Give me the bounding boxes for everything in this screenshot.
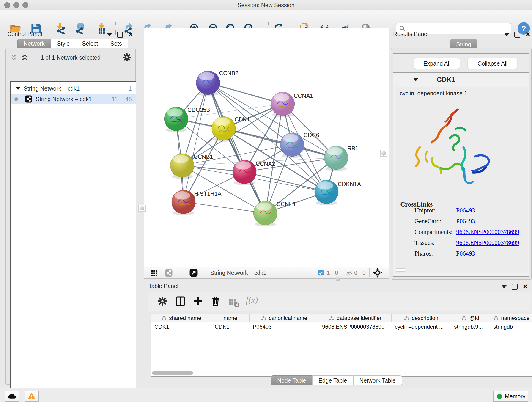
table-cell[interactable]: stringdb:9... [451,322,490,331]
delete-column-button[interactable] [210,296,221,307]
results-panel-close-icon[interactable]: ✕ [525,32,531,37]
network-options-gear-icon[interactable] [122,52,132,62]
protein-structure-image [404,99,500,191]
network-node[interactable]: RB1 [324,145,359,171]
network-node[interactable]: CDC6 [280,132,319,158]
network-view-dot-icon [14,97,18,101]
detach-view-icon[interactable] [189,268,198,277]
network-selection-status: 1 of 1 Network selected [6,54,135,61]
column-header-description[interactable]: description [392,314,451,322]
column-header-namespace[interactable]: namespace [490,314,532,322]
crosslink-value-link[interactable]: P06493 [456,250,475,257]
column-header-database-identifier[interactable]: database identifier [319,314,392,322]
table-cell[interactable]: CDK1 [211,322,249,331]
results-hscrollbar[interactable] [396,268,405,272]
node-label: CDC25B [187,107,210,113]
memory-status-dot [497,394,502,399]
splitter-handle-bottom[interactable] [336,277,340,281]
collapse-all-button[interactable]: Collapse All [468,58,517,69]
memory-label: Memory [505,393,525,400]
table-hscrollbar-thumb[interactable] [152,371,193,375]
network-row-label: String Network – cdk1 [36,96,92,102]
delete-table-button[interactable] [228,298,238,307]
tab-edge-table[interactable]: Edge Table [312,375,353,385]
network-edge[interactable] [184,202,265,213]
column-header-canonical-name[interactable]: canonical name [249,314,319,322]
tab-sets[interactable]: Sets [104,38,128,49]
network-overview-icon[interactable] [165,269,173,277]
network-edge[interactable] [184,83,208,202]
table-panel-float-icon[interactable] [512,284,518,290]
network-tree: String Network – cdk1 1 String Network –… [10,81,136,402]
toolbar-separator [369,268,370,277]
network-node[interactable]: CCNE1 [253,201,296,226]
table-panel-close-icon[interactable]: ✕ [523,284,528,289]
column-header-name[interactable]: name [211,314,249,322]
gene-section-header[interactable]: CDK1 [393,73,529,86]
results-panel-menu-icon[interactable] [504,33,509,36]
results-panel: Results Panel ✕ String Expand All Collap… [391,29,532,281]
network-edge[interactable] [224,128,336,158]
splitter-handle-left[interactable] [138,205,146,211]
node-label: CDK1 [234,116,250,123]
node-label: CDC6 [304,132,319,138]
crosslink-value-link[interactable]: 9606.ENSP00000378699 [456,229,519,236]
crosslink-value-link[interactable]: P06493 [456,207,475,214]
network-graph[interactable]: CCNB2CCNA1CDC25BCDK1CDC6RB1CCNB1CCNA2CDK… [144,28,389,267]
splitter-handle-right[interactable] [380,150,387,157]
title-bar: Session: New Session [0,0,532,10]
crosslink-value-link[interactable]: 9606.ENSP00000378699 [456,239,519,246]
control-panel-close-icon[interactable]: ✕ [128,32,133,37]
tab-select[interactable]: Select [76,38,104,49]
crosslink-value-link[interactable]: P06493 [456,218,475,225]
fit-content-crosshair-icon[interactable] [373,268,383,278]
vertical-divider [390,28,390,279]
column-network-icon [329,316,334,320]
node-label: RB1 [347,145,359,152]
column-network-icon [462,316,467,320]
column-header-shared-name[interactable]: shared name [151,314,211,322]
tab-node-table[interactable]: Node Table [271,375,312,385]
show-columns-button[interactable] [175,296,186,307]
network-row-selected[interactable]: String Network – cdk1 11 48 [11,94,136,104]
results-panel-float-icon[interactable] [514,32,520,38]
column-header-label: canonical name [269,315,307,321]
table-cell[interactable]: cyclin–dependent ... [392,322,451,331]
control-panel-float-icon[interactable] [117,32,123,38]
tab-network-table[interactable]: Network Table [353,375,402,385]
network-collection-row[interactable]: String Network – cdk1 1 [11,83,136,94]
gene-section-expander-icon[interactable] [413,78,418,81]
network-node[interactable]: CDC25B [164,107,210,132]
table-panel-menu-icon[interactable] [501,285,507,288]
hidden-eye-slash-icon[interactable] [345,269,352,277]
table-options-button[interactable] [157,296,168,307]
table-cell[interactable]: 9606.ENSP00000378699 [319,322,391,331]
tree-expander-icon[interactable] [16,87,20,90]
control-panel-menu-icon[interactable] [107,33,112,36]
cloud-status-button[interactable] [5,391,19,402]
tab-string[interactable]: String [450,39,477,49]
column-header--id[interactable]: @id [451,314,490,322]
tab-style[interactable]: Style [51,38,76,49]
expand-all-button[interactable]: Expand All [414,58,460,69]
birdseye-grid-icon[interactable] [151,269,158,276]
network-node[interactable]: CDKN1A [315,180,361,205]
results-content-box: CDK1 cyclin–dependent kinase 1 [393,73,530,277]
table-panel: Table Panel ✕ f(x) shared nameCDK1nameCD… [144,281,532,384]
create-column-button[interactable] [193,296,204,307]
tab-network[interactable]: Network [17,38,51,49]
table-cell[interactable]: CDK1 [151,322,211,331]
node-table[interactable]: shared nameCDK1nameCDK1canonical nameP06… [151,313,532,370]
network-node[interactable]: HIST1H1A [172,190,222,215]
selected-checkbox-icon[interactable] [317,269,324,276]
network-canvas[interactable]: CCNB2CCNA1CDC25BCDK1CDC6RB1CCNB1CCNA2CDK… [144,28,389,267]
network-node[interactable]: CCNB2 [196,70,239,96]
hidden-node-edge-counts: 0 - 0 [354,269,366,276]
function-builder-button[interactable]: f(x) [246,295,258,305]
warnings-button[interactable] [25,391,39,402]
control-panel: Control Panel ✕ Network Style Select Set… [3,29,138,384]
memory-button[interactable]: Memory [493,391,528,402]
table-cell[interactable]: stringdb [490,322,532,331]
network-node[interactable]: CDK1 [212,116,250,142]
table-cell[interactable]: P06493 [249,322,319,331]
